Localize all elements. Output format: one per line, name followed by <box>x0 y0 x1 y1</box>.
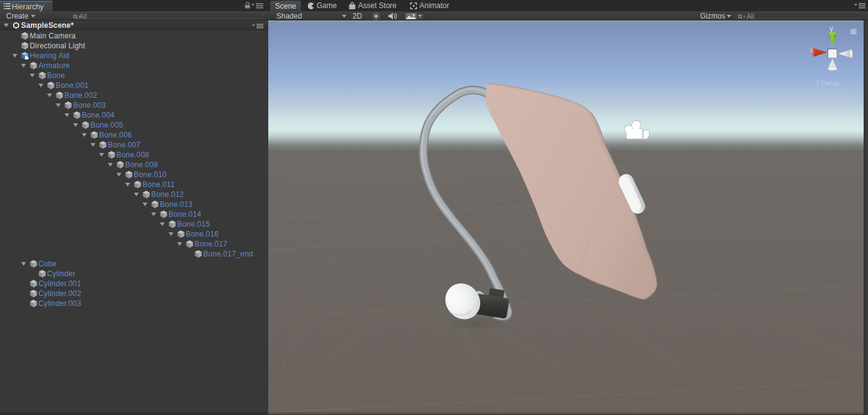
svg-text:⟨ Persp: ⟨ Persp <box>816 79 840 87</box>
svg-text:x: x <box>810 46 813 55</box>
svg-text:y: y <box>830 24 833 33</box>
